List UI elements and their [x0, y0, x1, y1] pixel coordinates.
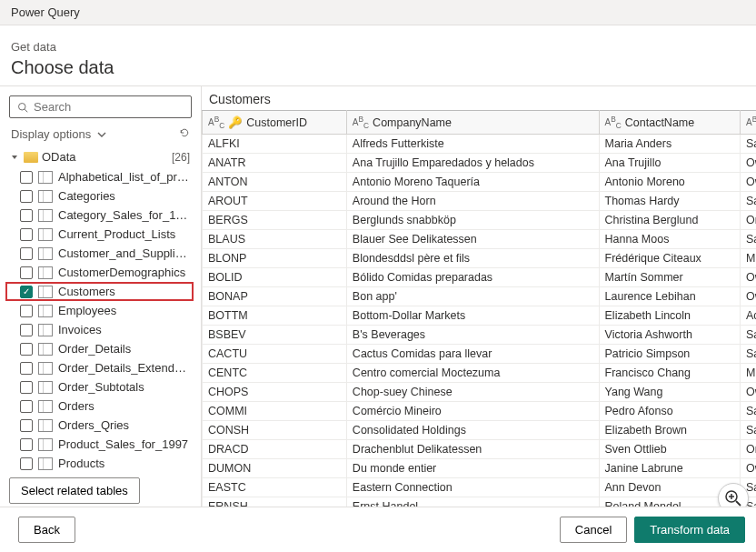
table-row[interactable]: EASTCEastern ConnectionAnn DevonSales Ag…	[203, 478, 757, 497]
table-row[interactable]: COMMIComércio MineiroPedro AfonsoSales A…	[203, 402, 757, 421]
cell: Marketing Manager	[740, 364, 756, 383]
cell: Bon app'	[346, 287, 599, 306]
cell: BONAP	[203, 287, 347, 306]
tree-item[interactable]: Customers	[5, 282, 194, 301]
tree-item[interactable]: Employees	[5, 301, 194, 320]
table-row[interactable]: CENTCCentro comercial MoctezumaFrancisco…	[203, 364, 757, 383]
checkbox[interactable]	[20, 343, 33, 356]
table-icon	[38, 419, 53, 432]
cell: Martín Sommer	[599, 268, 740, 287]
tree-item[interactable]: Product_Sales_for_1997	[5, 435, 194, 454]
table-row[interactable]: BOTTMBottom-Dollar MarketsElizabeth Linc…	[203, 306, 757, 326]
cell: Owner	[740, 173, 756, 192]
search-input[interactable]	[34, 100, 186, 114]
table-icon	[38, 228, 53, 241]
table-row[interactable]: DUMONDu monde entierJanine LabruneOwner6…	[203, 459, 757, 478]
cell: Chop-suey Chinese	[346, 383, 599, 402]
cell: Order Administrator	[740, 211, 756, 230]
cell: Sales Associate	[740, 402, 756, 421]
checkbox[interactable]	[20, 228, 33, 241]
expander-icon[interactable]	[9, 152, 20, 163]
table-row[interactable]: ALFKIAlfreds FutterkisteMaria AndersSale…	[203, 135, 757, 154]
checkbox[interactable]	[20, 381, 33, 394]
checkbox[interactable]	[20, 209, 33, 222]
table-row[interactable]: DRACDDrachenblut DelikatessenSven Ottlie…	[203, 440, 757, 459]
tree-item[interactable]: Category_Sales_for_1997	[5, 206, 194, 225]
cell: Eastern Connection	[346, 478, 599, 497]
column-header[interactable]: ABCCompanyName	[346, 111, 599, 135]
cell: Francisco Chang	[599, 364, 740, 383]
cell: ANATR	[203, 154, 347, 173]
table-row[interactable]: BERGSBerglunds snabbköpChristina Berglun…	[203, 211, 757, 230]
checkbox[interactable]	[20, 171, 33, 184]
search-box[interactable]	[9, 95, 192, 118]
tree-item[interactable]: Order_Details	[5, 339, 194, 358]
breadcrumb: Get data	[11, 40, 745, 54]
column-header[interactable]: ABCContactName	[599, 111, 740, 135]
cancel-button[interactable]: Cancel	[560, 517, 627, 543]
navigator-pane: Display options OData [26] Alphabetical_…	[0, 86, 202, 513]
checkbox[interactable]	[20, 362, 33, 375]
cell: CHOPS	[203, 383, 347, 402]
display-options-label: Display options	[11, 127, 91, 141]
refresh-icon	[179, 127, 190, 138]
column-header[interactable]: ABCContactTitle	[740, 111, 756, 135]
tree-item[interactable]: Orders_Qries	[5, 416, 194, 435]
transform-data-button[interactable]: Transform data	[634, 517, 745, 543]
display-options-dropdown[interactable]: Display options	[11, 127, 107, 141]
table-row[interactable]: CONSHConsolidated HoldingsElizabeth Brow…	[203, 421, 757, 440]
data-grid-scroll[interactable]: ABC🔑 CustomerIDABCCompanyNameABCContactN…	[202, 110, 756, 513]
cell: CONSH	[203, 421, 347, 440]
checkbox[interactable]	[20, 419, 33, 432]
tree-view[interactable]: OData [26] Alphabetical_list_of_products…	[5, 146, 195, 470]
select-related-tables-button[interactable]: Select related tables	[9, 477, 140, 504]
svg-point-0	[19, 103, 26, 110]
tree-item[interactable]: Order_Subtotals	[5, 377, 194, 396]
back-button[interactable]: Back	[18, 517, 75, 543]
table-row[interactable]: BLONPBlondesddsl père et filsFrédérique …	[203, 249, 757, 268]
tree-item-label: Customers	[58, 285, 115, 298]
table-icon	[38, 247, 53, 260]
tree-item[interactable]: Order_Details_Extendeds	[5, 358, 194, 377]
table-row[interactable]: AROUTAround the HornThomas HardySales Re…	[203, 192, 757, 211]
cell: Alfreds Futterkiste	[346, 135, 599, 154]
table-row[interactable]: CACTUCactus Comidas para llevarPatricio …	[203, 345, 757, 364]
refresh-button[interactable]	[179, 127, 190, 141]
checkbox[interactable]	[20, 457, 33, 470]
table-row[interactable]: BSBEVB's BeveragesVictoria AshworthSales…	[203, 326, 757, 345]
checkbox[interactable]	[20, 286, 33, 298]
table-row[interactable]: BLAUSBlauer See DelikatessenHanna MoosSa…	[203, 230, 757, 249]
column-header[interactable]: ABC🔑 CustomerID	[203, 111, 347, 135]
tree-item[interactable]: Current_Product_Lists	[5, 225, 194, 244]
table-icon	[38, 286, 53, 298]
cell: Centro comercial Moctezuma	[346, 364, 599, 383]
table-row[interactable]: BONAPBon app'Laurence LebihanOwner12, ru…	[203, 287, 757, 306]
tree-item[interactable]: CustomerDemographics	[5, 263, 194, 282]
tree-item[interactable]: Products	[5, 454, 194, 470]
cell: Owner	[740, 154, 756, 173]
checkbox[interactable]	[20, 247, 33, 260]
table-row[interactable]: BOLIDBólido Comidas preparadasMartín Som…	[203, 268, 757, 287]
cell: Owner	[740, 459, 756, 478]
tree-item[interactable]: Customer_and_Suppliers_b...	[5, 244, 194, 263]
tree-root-odata[interactable]: OData [26]	[5, 146, 194, 167]
checkbox[interactable]	[20, 324, 33, 336]
table-icon	[38, 362, 53, 375]
table-icon	[38, 190, 53, 203]
checkbox[interactable]	[20, 400, 33, 413]
tree-item[interactable]: Categories	[5, 186, 194, 206]
checkbox[interactable]	[20, 438, 33, 451]
checkbox[interactable]	[20, 266, 33, 279]
tree-item[interactable]: Alphabetical_list_of_products	[5, 167, 194, 186]
table-row[interactable]: CHOPSChop-suey ChineseYang WangOwnerHaup…	[203, 383, 757, 402]
checkbox[interactable]	[20, 190, 33, 203]
svg-line-3	[736, 501, 741, 506]
table-row[interactable]: ANTONAntonio Moreno TaqueríaAntonio More…	[203, 173, 757, 192]
table-row[interactable]: ANATRAna Trujillo Emparedados y heladosA…	[203, 154, 757, 173]
cell: Bólido Comidas preparadas	[346, 268, 599, 287]
checkbox[interactable]	[20, 305, 33, 317]
tree-item[interactable]: Orders	[5, 396, 194, 416]
cell: Comércio Mineiro	[346, 402, 599, 421]
tree-item-label: Orders_Qries	[58, 418, 129, 432]
tree-item[interactable]: Invoices	[5, 320, 194, 339]
